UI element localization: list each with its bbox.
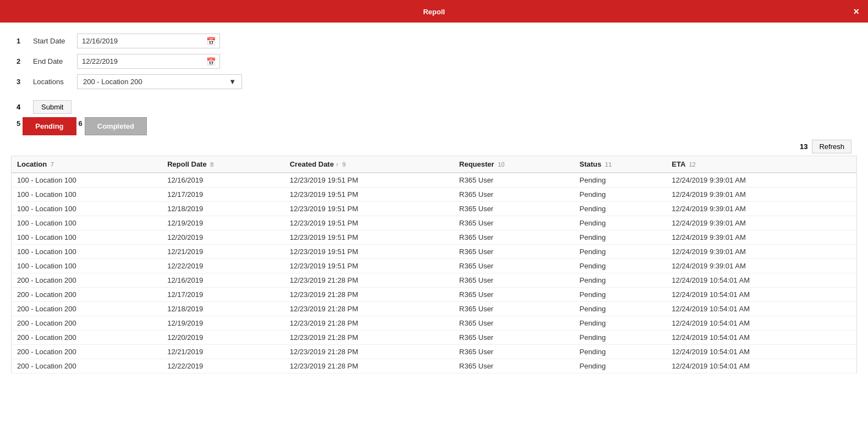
cell-requester: R365 User [454,345,574,359]
cell-status: Pending [574,359,666,373]
table-row: 100 - Location 100 12/17/2019 12/23/2019… [12,188,857,202]
start-date-input[interactable] [77,34,220,48]
cell-requester: R365 User [454,230,574,245]
end-date-input[interactable] [77,54,220,69]
submit-row: 4 Submit [0,100,868,114]
table-header-row: 13 Refresh [11,140,857,153]
start-date-row: 1 Start Date 📅 [17,34,851,48]
cell-repoll-date: 12/20/2019 [162,230,284,245]
cell-eta: 12/24/2019 10:54:01 AM [666,359,856,373]
table-row: 200 - Location 200 12/17/2019 12/23/2019… [12,288,857,302]
end-date-row: 2 End Date 📅 [17,54,851,69]
cell-eta: 12/24/2019 10:54:01 AM [666,302,856,316]
cell-location: 200 - Location 200 [12,302,162,316]
cell-eta: 12/24/2019 10:54:01 AM [666,331,856,345]
cell-requester: R365 User [454,245,574,259]
tabs-row: 5 Pending 6 Completed [17,117,851,135]
table-row: 100 - Location 100 12/18/2019 12/23/2019… [12,202,857,216]
cell-created-date: 12/23/2019 19:51 PM [284,230,454,245]
tab-pending[interactable]: Pending [23,117,76,135]
cell-created-date: 12/23/2019 19:51 PM [284,216,454,230]
table-row: 200 - Location 200 12/22/2019 12/23/2019… [12,359,857,373]
cell-created-date: 12/23/2019 21:28 PM [284,316,454,331]
cell-location: 200 - Location 200 [12,288,162,302]
tab-step6-num: 6 [79,117,83,128]
col-location: Location 7 [12,156,162,173]
cell-repoll-date: 12/16/2019 [162,273,284,288]
sort-arrow-icon[interactable]: ↑ [336,162,339,168]
cell-location: 200 - Location 200 [12,316,162,331]
cell-status: Pending [574,273,666,288]
cell-location: 100 - Location 100 [12,173,162,188]
cell-created-date: 12/23/2019 19:51 PM [284,202,454,216]
cell-created-date: 12/23/2019 19:51 PM [284,245,454,259]
cell-status: Pending [574,288,666,302]
cell-eta: 12/24/2019 9:39:01 AM [666,216,856,230]
cell-repoll-date: 12/17/2019 [162,288,284,302]
refresh-button[interactable]: Refresh [812,140,851,153]
cell-requester: R365 User [454,302,574,316]
table-area: 13 Refresh Location 7 Repoll Date 8 Crea… [0,140,868,384]
step3-num: 3 [17,78,28,86]
cell-eta: 12/24/2019 9:39:01 AM [666,230,856,245]
cell-status: Pending [574,188,666,202]
cell-requester: R365 User [454,288,574,302]
cell-repoll-date: 12/22/2019 [162,259,284,273]
cell-location: 200 - Location 200 [12,331,162,345]
cell-repoll-date: 12/20/2019 [162,331,284,345]
col-requester: Requester 10 [454,156,574,173]
cell-location: 100 - Location 100 [12,230,162,245]
cell-eta: 12/24/2019 9:39:01 AM [666,202,856,216]
col-eta: ETA 12 [666,156,856,173]
cell-location: 200 - Location 200 [12,359,162,373]
start-date-calendar-icon[interactable]: 📅 [206,37,216,46]
cell-status: Pending [574,316,666,331]
cell-repoll-date: 12/21/2019 [162,245,284,259]
cell-repoll-date: 12/21/2019 [162,345,284,359]
cell-eta: 12/24/2019 9:39:01 AM [666,245,856,259]
step1-num: 1 [17,37,28,45]
tab-completed[interactable]: Completed [85,117,147,135]
cell-created-date: 12/23/2019 21:28 PM [284,288,454,302]
cell-status: Pending [574,302,666,316]
form-area: 1 Start Date 📅 2 End Date 📅 3 Locations … [0,23,868,100]
cell-created-date: 12/23/2019 21:28 PM [284,345,454,359]
locations-row: 3 Locations 200 - Location 200 ▼ [17,74,851,89]
tab-step5-num: 5 [17,117,20,128]
cell-status: Pending [574,216,666,230]
locations-dropdown[interactable]: 200 - Location 200 ▼ [77,74,242,89]
cell-repoll-date: 12/18/2019 [162,202,284,216]
table-row: 100 - Location 100 12/19/2019 12/23/2019… [12,216,857,230]
cell-eta: 12/24/2019 9:39:01 AM [666,259,856,273]
col-status: Status 11 [574,156,666,173]
table-row: 100 - Location 100 12/20/2019 12/23/2019… [12,230,857,245]
cell-eta: 12/24/2019 10:54:01 AM [666,273,856,288]
table-row: 100 - Location 100 12/21/2019 12/23/2019… [12,245,857,259]
cell-requester: R365 User [454,316,574,331]
cell-created-date: 12/23/2019 21:28 PM [284,359,454,373]
cell-status: Pending [574,230,666,245]
cell-status: Pending [574,173,666,188]
table-header: Location 7 Repoll Date 8 Created Date ↑ … [12,156,857,173]
cell-repoll-date: 12/18/2019 [162,302,284,316]
close-button[interactable]: × [853,6,859,17]
cell-requester: R365 User [454,173,574,188]
cell-created-date: 12/23/2019 19:51 PM [284,173,454,188]
table-row: 200 - Location 200 12/20/2019 12/23/2019… [12,331,857,345]
submit-button[interactable]: Submit [33,100,72,114]
cell-location: 200 - Location 200 [12,273,162,288]
cell-status: Pending [574,345,666,359]
cell-requester: R365 User [454,273,574,288]
col-requester-label: Requester [459,160,495,168]
cell-status: Pending [574,202,666,216]
col-eta-label: ETA [672,160,685,168]
cell-eta: 12/24/2019 10:54:01 AM [666,345,856,359]
cell-location: 100 - Location 100 [12,188,162,202]
cell-created-date: 12/23/2019 19:51 PM [284,259,454,273]
cell-eta: 12/24/2019 10:54:01 AM [666,288,856,302]
end-date-calendar-icon[interactable]: 📅 [206,57,216,66]
cell-requester: R365 User [454,202,574,216]
table-row: 200 - Location 200 12/18/2019 12/23/2019… [12,302,857,316]
tabs-area: 5 Pending 6 Completed [0,117,868,135]
cell-requester: R365 User [454,188,574,202]
